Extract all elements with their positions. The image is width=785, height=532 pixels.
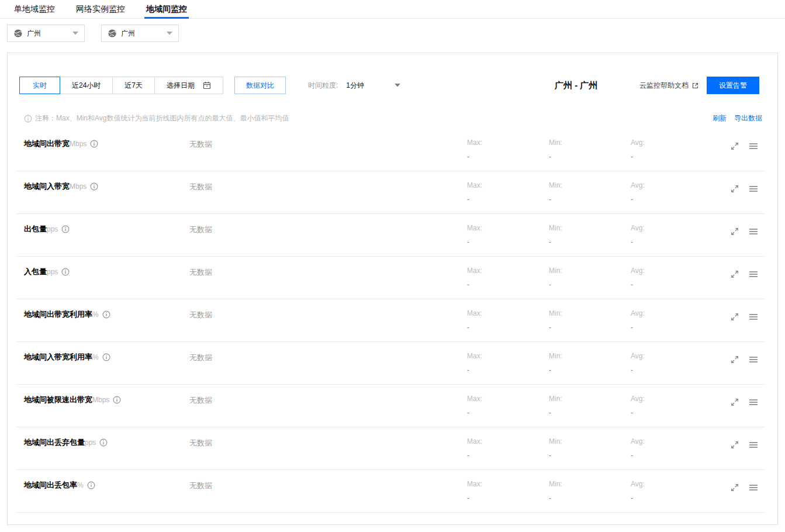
metric-name: 出包量 xyxy=(24,224,47,234)
info-icon[interactable] xyxy=(102,353,110,361)
max-value: - xyxy=(467,238,482,246)
no-data-text: 无数据 xyxy=(189,224,212,235)
min-label: Min: xyxy=(549,480,562,488)
metric-name: 地域间出带宽 xyxy=(24,139,70,149)
expand-icon[interactable] xyxy=(730,227,739,236)
help-doc-link[interactable]: 云监控帮助文档 xyxy=(639,77,699,94)
source-region-select[interactable]: 广州 xyxy=(7,25,85,42)
expand-icon[interactable] xyxy=(730,355,739,364)
metric-unit: % xyxy=(92,353,99,361)
expand-icon[interactable] xyxy=(730,398,739,407)
menu-icon[interactable] xyxy=(749,270,758,279)
row-actions xyxy=(730,270,758,279)
avg-label: Avg: xyxy=(631,352,645,360)
metric-title: 出包量pps xyxy=(24,224,70,234)
tab-inter-region[interactable]: 地域间监控 xyxy=(146,0,187,18)
metric-unit: % xyxy=(92,310,99,319)
menu-icon[interactable] xyxy=(749,141,758,151)
max-label: Max: xyxy=(467,352,482,360)
max-label: Max: xyxy=(467,395,482,403)
min-value: - xyxy=(549,494,562,502)
info-icon[interactable] xyxy=(87,481,95,489)
avg-stat: Avg: - xyxy=(631,224,645,246)
max-label: Max: xyxy=(467,267,482,275)
menu-icon[interactable] xyxy=(749,312,758,322)
min-label: Min: xyxy=(549,352,562,360)
expand-icon[interactable] xyxy=(730,141,739,151)
avg-label: Avg: xyxy=(631,267,645,275)
target-region-select[interactable]: 广州 xyxy=(101,25,179,42)
avg-value: - xyxy=(631,195,645,203)
row-actions xyxy=(730,483,758,492)
tab-network-instance[interactable]: 网络实例监控 xyxy=(76,0,125,18)
time-range-realtime-button[interactable]: 实时 xyxy=(19,77,60,94)
info-icon[interactable] xyxy=(113,396,121,404)
max-value: - xyxy=(467,153,482,161)
metric-name: 地域间出丢包率 xyxy=(24,480,77,490)
no-data-text: 无数据 xyxy=(189,139,212,150)
time-range-7d-button[interactable]: 近7天 xyxy=(112,77,155,94)
help-doc-label: 云监控帮助文档 xyxy=(639,77,689,94)
info-icon[interactable] xyxy=(61,225,70,233)
metric-unit: Mbps xyxy=(70,182,87,191)
expand-icon[interactable] xyxy=(730,440,739,450)
avg-stat: Avg: - xyxy=(631,437,645,460)
metric-row: 入包量pps 无数据 Max: - Min: - Avg: - xyxy=(16,257,765,299)
row-actions xyxy=(730,398,758,407)
export-data-link[interactable]: 导出数据 xyxy=(734,113,762,123)
metric-name: 地域间被限速出带宽 xyxy=(24,395,92,405)
caret-down-icon xyxy=(167,32,172,35)
metric-title: 地域间被限速出带宽Mbps xyxy=(24,395,121,405)
max-value: - xyxy=(467,451,482,460)
expand-icon[interactable] xyxy=(730,184,739,194)
info-icon[interactable] xyxy=(102,310,110,319)
toolbar: 实时 近24小时 近7天 选择日期 数据对比 时间粒度: 1分钟 xyxy=(19,77,767,94)
set-alarm-button[interactable]: 设置告警 xyxy=(707,77,759,94)
menu-icon[interactable] xyxy=(749,398,758,407)
data-compare-button[interactable]: 数据对比 xyxy=(234,77,286,94)
metric-row: 地域间出带宽Mbps 无数据 Max: - Min: - Avg: - xyxy=(16,129,765,171)
menu-icon[interactable] xyxy=(749,483,758,492)
menu-icon[interactable] xyxy=(749,184,758,194)
min-value: - xyxy=(549,323,562,331)
row-actions xyxy=(730,440,758,450)
expand-icon[interactable] xyxy=(730,270,739,279)
metric-unit: % xyxy=(77,481,84,489)
min-stat: Min: - xyxy=(549,480,562,502)
tab-single-region[interactable]: 单地域监控 xyxy=(14,0,55,18)
caret-down-icon[interactable] xyxy=(395,84,400,87)
max-value: - xyxy=(467,323,482,331)
target-region-value: 广州 xyxy=(121,29,135,39)
time-range-pick-date-button[interactable]: 选择日期 xyxy=(154,77,223,94)
granularity-control: 时间粒度: 1分钟 xyxy=(308,77,400,94)
region-selectors: 广州 广州 xyxy=(7,25,179,42)
avg-value: - xyxy=(631,153,645,161)
menu-icon[interactable] xyxy=(749,355,758,364)
expand-icon[interactable] xyxy=(730,483,739,492)
granularity-value[interactable]: 1分钟 xyxy=(346,81,364,91)
no-data-text: 无数据 xyxy=(189,438,212,448)
info-icon[interactable] xyxy=(99,438,108,447)
row-actions xyxy=(730,312,758,322)
max-value: - xyxy=(467,195,482,203)
avg-stat: Avg: - xyxy=(631,480,645,502)
avg-label: Avg: xyxy=(631,437,645,445)
metric-name: 地域间出带宽利用率 xyxy=(24,309,92,320)
info-icon[interactable] xyxy=(90,140,98,148)
avg-label: Avg: xyxy=(631,395,645,403)
time-range-24h-button[interactable]: 近24小时 xyxy=(60,77,113,94)
no-data-text: 无数据 xyxy=(189,310,212,320)
metric-row: 地域间入带宽Mbps 无数据 Max: - Min: - Avg: - xyxy=(16,171,765,214)
refresh-link[interactable]: 刷新 xyxy=(713,113,727,123)
avg-stat: Avg: - xyxy=(631,181,645,203)
expand-icon[interactable] xyxy=(730,312,739,322)
menu-icon[interactable] xyxy=(749,440,758,450)
menu-icon[interactable] xyxy=(749,227,758,236)
info-icon[interactable] xyxy=(61,268,70,276)
info-icon[interactable] xyxy=(90,182,98,191)
min-label: Min: xyxy=(549,267,562,275)
avg-label: Avg: xyxy=(631,309,645,317)
avg-value: - xyxy=(631,451,645,460)
metric-title: 地域间入带宽Mbps xyxy=(24,181,98,192)
min-value: - xyxy=(549,153,562,161)
